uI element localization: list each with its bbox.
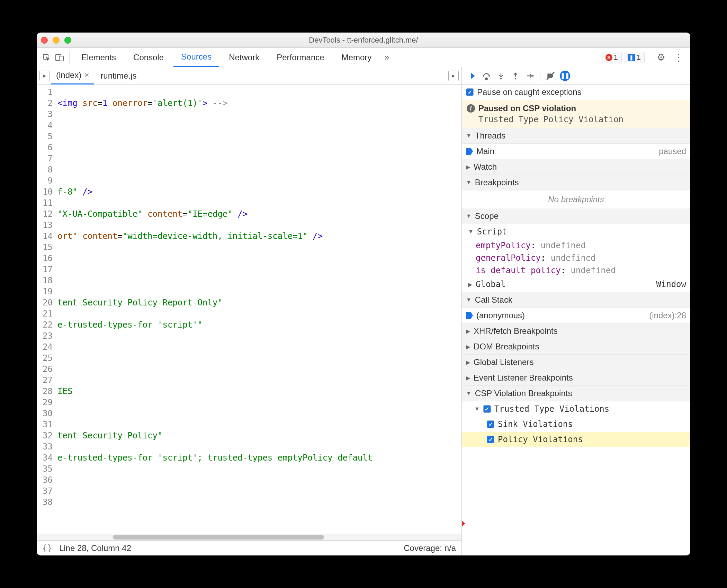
scope-header[interactable]: ▼Scope bbox=[462, 208, 690, 224]
resume-button[interactable] bbox=[465, 69, 478, 82]
error-icon: ✕ bbox=[605, 54, 612, 61]
horizontal-scrollbar[interactable] bbox=[37, 534, 461, 540]
scope-var[interactable]: is_default_policy: undefined bbox=[462, 264, 690, 277]
devtools-window: DevTools - tt-enforced.glitch.me/ Elemen… bbox=[37, 33, 690, 555]
pause-on-exceptions-row[interactable]: ✓ Pause on caught exceptions bbox=[462, 84, 690, 100]
current-frame-marker-icon bbox=[466, 312, 473, 319]
tab-memory[interactable]: Memory bbox=[334, 48, 379, 67]
file-tab-label: (index) bbox=[56, 70, 81, 80]
error-badge[interactable]: ✕ 1 bbox=[602, 52, 622, 63]
message-badge[interactable]: ❚ 1 bbox=[624, 52, 645, 63]
sink-checkbox[interactable]: ✓ bbox=[487, 420, 494, 428]
code-lines: <img src=1 onerror='alert(1)'> --> f-8" … bbox=[55, 84, 461, 534]
current-thread-marker-icon bbox=[466, 148, 473, 155]
event-listener-header[interactable]: ▶Event Listener Breakpoints bbox=[462, 370, 690, 386]
inspect-icon[interactable] bbox=[41, 52, 52, 63]
cursor-position: Line 28, Column 42 bbox=[59, 543, 131, 553]
thread-main-row[interactable]: Main paused bbox=[462, 144, 690, 159]
tab-network[interactable]: Network bbox=[221, 48, 267, 67]
file-tab-index[interactable]: (index) ✕ bbox=[51, 67, 94, 84]
file-tab-runtime[interactable]: runtime.js bbox=[96, 67, 141, 84]
pause-caught-label: Pause on caught exceptions bbox=[477, 87, 582, 97]
scope-var[interactable]: emptyPolicy: undefined bbox=[462, 239, 690, 252]
paused-callout: i Paused on CSP violation Trusted Type P… bbox=[462, 100, 690, 128]
callstack-frame-row[interactable]: (anonymous) (index):28 bbox=[462, 308, 690, 323]
tab-performance[interactable]: Performance bbox=[269, 48, 332, 67]
close-icon[interactable]: ✕ bbox=[84, 71, 89, 79]
more-menu-icon[interactable]: ⋮ bbox=[671, 52, 686, 63]
tt-checkbox[interactable]: ✓ bbox=[483, 405, 491, 413]
file-navigator-toggle-icon[interactable]: ▸ bbox=[39, 71, 50, 81]
file-tab-label: runtime.js bbox=[100, 71, 136, 81]
message-icon: ❚ bbox=[628, 54, 635, 61]
coverage-status: Coverage: n/a bbox=[404, 543, 456, 553]
status-bar: {} Line 28, Column 42 Coverage: n/a bbox=[37, 540, 461, 555]
csp-tt-row[interactable]: ▼ ✓ Trusted Type Violations bbox=[462, 401, 690, 417]
threads-header[interactable]: ▼Threads bbox=[462, 128, 690, 144]
pause-caught-checkbox[interactable]: ✓ bbox=[466, 88, 474, 96]
step-out-button[interactable] bbox=[509, 69, 522, 82]
scope-var[interactable]: generalPolicy: undefined bbox=[462, 252, 690, 264]
policy-checkbox[interactable]: ✓ bbox=[487, 436, 494, 443]
pause-exceptions-button[interactable]: ❚❚ bbox=[558, 69, 572, 82]
watch-header[interactable]: ▶Watch bbox=[462, 159, 690, 175]
tab-elements[interactable]: Elements bbox=[74, 48, 124, 67]
window-title: DevTools - tt-enforced.glitch.me/ bbox=[37, 36, 690, 45]
callout-subtitle: Trusted Type Policy Violation bbox=[467, 115, 685, 124]
step-button[interactable] bbox=[523, 69, 537, 82]
breakpoints-header[interactable]: ▼Breakpoints bbox=[462, 175, 690, 190]
step-over-button[interactable] bbox=[480, 69, 493, 82]
line-gutter: 1234567891011121314151617181920212223242… bbox=[37, 84, 55, 534]
svg-rect-2 bbox=[59, 56, 63, 61]
no-breakpoints-label: No breakpoints bbox=[462, 190, 690, 208]
main-toolbar: Elements Console Sources Network Perform… bbox=[37, 48, 690, 67]
pretty-print-icon[interactable]: {} bbox=[42, 543, 52, 553]
device-toggle-icon[interactable] bbox=[54, 52, 65, 63]
tabs-overflow-icon[interactable]: » bbox=[381, 52, 392, 63]
debugger-pane: ❚❚ ✓ Pause on caught exceptions i Paused… bbox=[462, 67, 690, 555]
callstack-header[interactable]: ▼Call Stack bbox=[462, 292, 690, 308]
csp-sink-row[interactable]: ✓ Sink Violations bbox=[462, 417, 690, 432]
xhr-header[interactable]: ▶XHR/fetch Breakpoints bbox=[462, 323, 690, 339]
callout-title: Paused on CSP violation bbox=[478, 104, 576, 113]
source-pane: ▸ (index) ✕ runtime.js ▸ 123456789101112… bbox=[37, 67, 462, 555]
deactivate-breakpoints-button[interactable] bbox=[544, 69, 557, 82]
code-editor[interactable]: 1234567891011121314151617181920212223242… bbox=[37, 84, 461, 534]
svg-point-4 bbox=[500, 78, 502, 79]
titlebar: DevTools - tt-enforced.glitch.me/ bbox=[37, 33, 690, 48]
step-into-button[interactable] bbox=[494, 69, 508, 82]
listeners-header[interactable]: ▶Global Listeners bbox=[462, 355, 690, 370]
csp-header[interactable]: ▼CSP Violation Breakpoints bbox=[462, 386, 690, 401]
file-tabs-row: ▸ (index) ✕ runtime.js ▸ bbox=[37, 67, 461, 84]
content-split: ▸ (index) ✕ runtime.js ▸ 123456789101112… bbox=[37, 67, 690, 555]
error-count: 1 bbox=[614, 53, 618, 62]
tab-console[interactable]: Console bbox=[126, 48, 171, 67]
dom-header[interactable]: ▶DOM Breakpoints bbox=[462, 339, 690, 355]
scope-global-row[interactable]: ▶GlobalWindow bbox=[462, 277, 690, 292]
run-snippet-icon[interactable]: ▸ bbox=[448, 71, 459, 81]
info-icon: i bbox=[467, 104, 475, 113]
settings-gear-icon[interactable]: ⚙ bbox=[653, 52, 669, 63]
message-count: 1 bbox=[637, 53, 641, 62]
svg-point-3 bbox=[485, 78, 487, 79]
debug-toolbar: ❚❚ bbox=[462, 67, 690, 84]
annotation-arrow-icon bbox=[462, 513, 465, 534]
svg-point-6 bbox=[532, 75, 534, 77]
csp-policy-row[interactable]: ✓ Policy Violations bbox=[462, 432, 690, 447]
svg-point-5 bbox=[515, 78, 517, 79]
tab-sources[interactable]: Sources bbox=[173, 48, 219, 67]
scope-script-row[interactable]: ▼Script bbox=[462, 224, 690, 239]
